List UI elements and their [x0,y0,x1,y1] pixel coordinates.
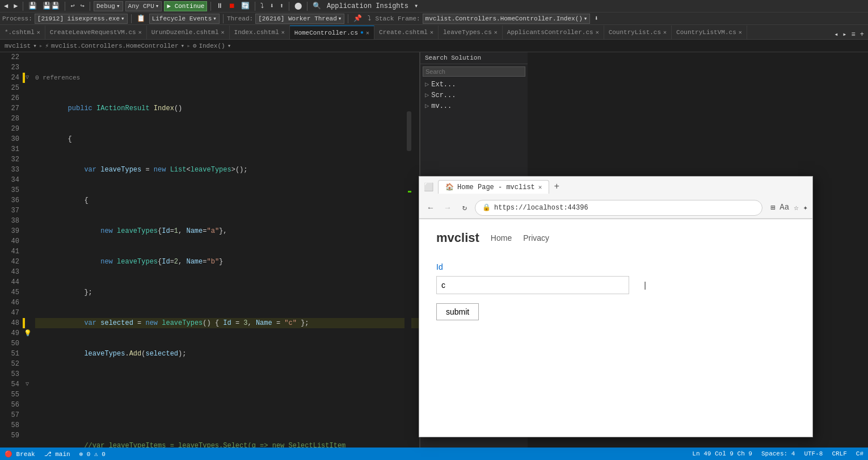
tab-countrylist[interactable]: CountryList.cs ✕ [604,26,672,39]
app-insights-label[interactable]: Application Insights [325,2,410,11]
app-insights-dropdown[interactable]: ▾ [412,1,420,11]
tab-close[interactable]: ✕ [37,29,40,36]
save-btn[interactable]: 💾 [27,1,39,11]
breadcrumb-namespace[interactable]: mvclist [5,43,31,49]
tab-close[interactable]: ✕ [138,29,142,36]
tab-scroll-right[interactable]: ▸ [841,30,848,39]
tab-close[interactable]: ✕ [663,29,667,36]
webpage-navbar: mvclist Home Privacy [436,231,795,245]
browser-favorite[interactable]: ☆ [794,203,798,212]
fold-btn-54[interactable]: ▽ [26,379,29,390]
status-encoding: UTF-8 [804,450,823,457]
stop-btn[interactable]: ⏹ [227,1,237,11]
webpage-submit-btn[interactable]: submit [436,303,479,320]
new-tab-btn[interactable]: + [858,30,866,39]
tab-close[interactable]: ✕ [430,29,433,36]
redo-btn[interactable]: ↪ [79,1,86,11]
tab-close[interactable]: ✕ [281,29,285,36]
tab-menu[interactable]: ≡ [850,30,857,39]
tab-index-cshtml[interactable]: *.cshtml ✕ [0,26,45,39]
browser-forward-btn[interactable]: → [441,203,454,212]
browser-chrome: ⬜ 🏠 Home Page - mvclist ✕ + ← → ↻ 🔒 http… [419,177,812,219]
undo-btn[interactable]: ↩ [69,1,76,11]
solution-item-mv[interactable]: ▷mv... [420,101,528,111]
breadcrumb-method-icon: ⚙ [193,42,197,49]
step-over-btn[interactable]: ⤵ [259,1,266,11]
tab-urunduzenle[interactable]: UrunDuzenle.cshtml ✕ [147,26,230,39]
lifecycle-btn[interactable]: 📋 [135,14,147,23]
status-branch: ⎇ main [44,450,70,458]
tab-createleave[interactable]: CreateLeaveRequestVM.cs ✕ [45,26,147,39]
stack-dropdown[interactable]: mvclist.Controllers.HomeController.Index… [423,14,591,24]
breadcrumb-class[interactable]: mvclist.Controllers.HomeController [51,43,178,49]
process-dropdown[interactable]: [21912] iisexpress.exe ▾ [35,14,128,24]
webpage-home-link[interactable]: Home [491,233,512,242]
sep6 [289,2,289,11]
browser-window: ⬜ 🏠 Home Page - mvclist ✕ + ← → ↻ 🔒 http… [419,176,813,437]
sep2 [65,2,65,11]
breadcrumb: mvclist ▾ ▸ ⚡ mvclist.Controllers.HomeCo… [0,40,868,52]
code-gutter: ▽ 💡 ▽ [23,52,33,448]
code-lines[interactable]: 0 references public IActionResult Index(… [33,52,419,448]
thread-dropdown[interactable]: [26216] Worker Thread ▾ [255,14,344,24]
cpu-dropdown[interactable]: Any CPU ▾ [125,1,162,11]
stack-nav-btn[interactable]: ⬇ [592,14,600,23]
tab-applicants[interactable]: ApplicantsController.cs ✕ [503,26,604,39]
forward-btn[interactable]: ▶ [12,1,19,11]
solution-header: Search Solution [420,52,528,64]
code-editor[interactable]: 22 23 24 25 26 27 28 29 30 31 32 33 34 3… [0,52,420,448]
tab-countrylistvm[interactable]: CountryListVM.cs ✕ [672,26,747,39]
step-icon: ⤵ [366,14,373,23]
status-lang: C# [856,450,863,457]
lightbulb-49[interactable]: 💡 [24,328,32,338]
tab-homecontroller[interactable]: HomeController.cs ● ✕ [290,26,374,39]
line-22-code: public IActionResult Index() [35,103,419,114]
scroll-thumb[interactable] [407,111,411,151]
line-29: var selected = new leaveTypes() { Id = 3… [35,318,419,328]
breadcrumb-method[interactable]: Index() [199,43,225,49]
browser-immersive[interactable]: Aa [779,203,789,212]
tab-close[interactable]: ✕ [596,29,599,36]
breakpoint-icon: 📌 [352,14,364,23]
change-indicator [408,191,411,193]
tab-close[interactable]: ✕ [494,29,498,36]
debug-mode-dropdown[interactable]: Debug ▾ [94,1,123,11]
webpage-brand: mvclist [436,231,479,245]
lock-icon: 🔒 [482,203,491,212]
browser-read-mode[interactable]: ⊞ [770,203,775,212]
save-all-btn[interactable]: 💾💾 [41,1,61,11]
tab-close-active[interactable]: ✕ [366,30,369,36]
browser-tab-close[interactable]: ✕ [538,183,542,191]
webpage-id-input[interactable] [436,276,629,294]
app-insights-icon[interactable]: 🔍 [311,1,323,11]
pause-btn[interactable]: ⏸ [214,1,225,11]
line-24: var leaveTypes = new List<leaveTypes>(); [35,165,419,175]
back-btn[interactable]: ◀ [2,1,10,11]
tab-create[interactable]: Create.cshtml ✕ [374,26,439,39]
browser-back-btn[interactable]: ← [424,203,437,212]
breakpoints-btn[interactable]: ⬤ [293,1,304,11]
lifecycle-dropdown[interactable]: Lifecycle Events ▾ [149,14,220,24]
browser-new-tab-btn[interactable]: + [554,182,559,192]
browser-address-bar[interactable]: 🔒 https://localhost:44396 [475,200,762,216]
fold-btn-24[interactable]: ▽ [26,73,29,83]
restart-btn[interactable]: 🔄 [239,1,251,11]
tab-close[interactable]: ✕ [739,29,742,36]
continue-btn[interactable]: ▶ Continue [164,1,207,11]
browser-tab-favicon: 🏠 [445,183,454,191]
step-out-btn[interactable]: ⬆ [278,1,285,11]
breakpoint-marker-24 [23,73,25,83]
browser-extension[interactable]: ✦ [803,203,808,212]
tab-index[interactable]: Index.cshtml ✕ [230,26,290,39]
solution-item-scr[interactable]: ▷Scr... [420,90,528,101]
browser-active-tab[interactable]: 🏠 Home Page - mvclist ✕ [438,180,549,194]
browser-refresh-btn[interactable]: ↻ [458,203,471,212]
solution-item-ext[interactable]: ▷Ext... [420,79,528,90]
solution-search-input[interactable] [423,66,525,77]
sep10 [348,14,348,23]
tab-scroll-left[interactable]: ◂ [832,30,840,39]
tab-close[interactable]: ✕ [221,29,225,36]
tab-leavetypes[interactable]: leaveTypes.cs ✕ [439,26,503,39]
step-into-btn[interactable]: ⬇ [268,1,275,11]
webpage-privacy-link[interactable]: Privacy [523,233,549,242]
